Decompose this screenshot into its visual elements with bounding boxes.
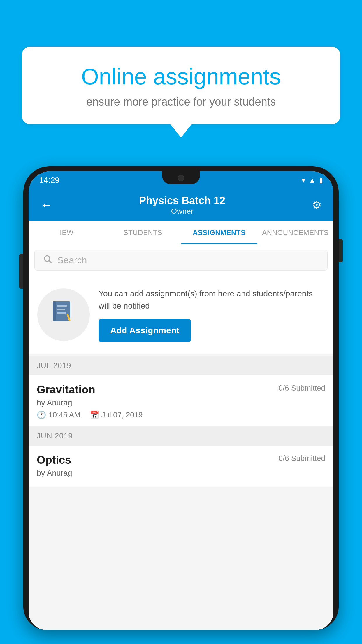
assignment-row1: Gravitation 0/6 Submitted (37, 384, 325, 396)
tab-view[interactable]: IEW (29, 221, 105, 244)
tab-announcements[interactable]: ANNOUNCEMENTS (257, 221, 334, 244)
wifi-icon: ▾ (302, 176, 305, 184)
search-placeholder: Search (57, 255, 87, 266)
add-assignment-button[interactable]: Add Assignment (99, 319, 191, 342)
search-bar[interactable]: Search (34, 250, 328, 271)
promo-right: You can add assignment(s) from here and … (99, 288, 325, 342)
promo-section: You can add assignment(s) from here and … (29, 276, 333, 354)
svg-rect-5 (57, 309, 65, 310)
promo-icon-circle (37, 288, 90, 341)
promo-text: You can add assignment(s) from here and … (99, 288, 325, 312)
phone-frame: 14:29 ▾ ▲ ▮ ← Physics Batch 12 Owner ⚙ (23, 166, 339, 630)
svg-line-1 (49, 261, 51, 263)
assignment-submitted-optics: 0/6 Submitted (279, 454, 325, 463)
notebook-icon (50, 299, 77, 331)
assignment-date-gravitation: 📅 Jul 07, 2019 (90, 410, 143, 419)
settings-button[interactable]: ⚙ (309, 196, 325, 214)
calendar-icon: 📅 (90, 410, 99, 419)
signal-icon: ▲ (309, 176, 316, 184)
section-header-jun: JUN 2019 (29, 426, 333, 446)
tabs-bar: IEW STUDENTS ASSIGNMENTS ANNOUNCEMENTS (29, 221, 333, 244)
speech-bubble-tail (170, 124, 192, 138)
bubble-title: Online assignments (42, 64, 320, 89)
speech-bubble: Online assignments ensure more practice … (22, 47, 340, 124)
assignment-meta-gravitation: 🕐 10:45 AM 📅 Jul 07, 2019 (37, 410, 325, 419)
assignment-row1-optics: Optics 0/6 Submitted (37, 454, 325, 466)
tab-students[interactable]: STUDENTS (105, 221, 181, 244)
app-bar-center: Physics Batch 12 Owner (139, 195, 225, 216)
app-bar: ← Physics Batch 12 Owner ⚙ (29, 189, 333, 221)
section-header-jul: JUL 2019 (29, 356, 333, 375)
battery-icon: ▮ (319, 176, 323, 184)
search-bar-wrapper: Search (29, 244, 333, 276)
svg-rect-6 (57, 312, 66, 314)
speech-bubble-wrapper: Online assignments ensure more practice … (22, 47, 340, 138)
phone-wrapper: 14:29 ▾ ▲ ▮ ← Physics Batch 12 Owner ⚙ (23, 166, 339, 644)
app-bar-subtitle: Owner (139, 207, 225, 216)
assignment-name-optics: Optics (37, 454, 71, 466)
camera (178, 175, 184, 181)
app-bar-title: Physics Batch 12 (139, 195, 225, 207)
phone-screen: 14:29 ▾ ▲ ▮ ← Physics Batch 12 Owner ⚙ (29, 172, 333, 630)
assignment-item-gravitation[interactable]: Gravitation 0/6 Submitted by Anurag 🕐 10… (29, 375, 333, 426)
assignment-time-gravitation: 🕐 10:45 AM (37, 410, 80, 419)
phone-content: ← Physics Batch 12 Owner ⚙ IEW STUDENTS (29, 189, 333, 630)
notch (162, 172, 200, 184)
clock-icon: 🕐 (37, 410, 46, 419)
content-area: Search (29, 244, 333, 630)
tab-assignments[interactable]: ASSIGNMENTS (181, 221, 257, 244)
assignment-name-gravitation: Gravitation (37, 384, 95, 396)
assignment-by-optics: by Anurag (37, 469, 325, 478)
status-icons: ▾ ▲ ▮ (302, 176, 323, 184)
search-icon (43, 254, 52, 266)
back-button[interactable]: ← (37, 195, 55, 215)
assignment-item-optics[interactable]: Optics 0/6 Submitted by Anurag (29, 446, 333, 487)
bubble-subtitle: ensure more practice for your students (42, 96, 320, 108)
svg-rect-3 (53, 301, 56, 321)
svg-rect-2 (54, 301, 70, 321)
status-time: 14:29 (39, 176, 59, 185)
svg-rect-4 (57, 305, 67, 307)
assignment-submitted-gravitation: 0/6 Submitted (279, 384, 325, 393)
assignment-by-gravitation: by Anurag (37, 398, 325, 407)
